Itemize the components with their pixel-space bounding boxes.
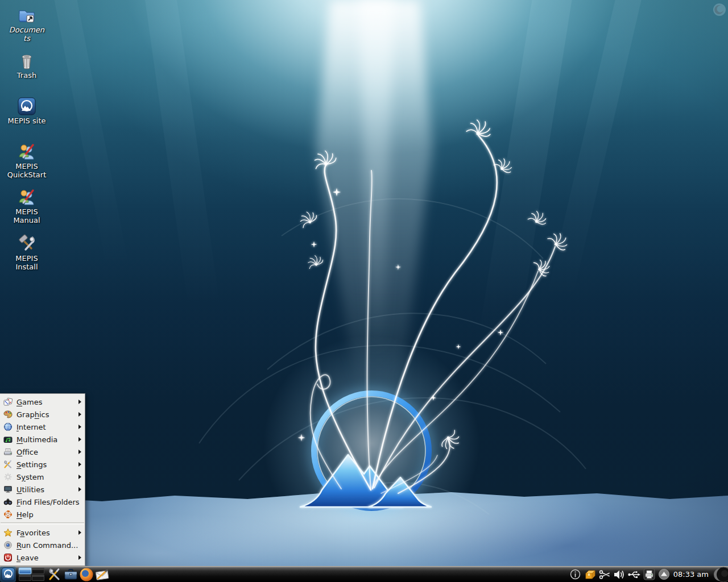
package-icon — [584, 569, 595, 580]
desktop-pager[interactable] — [17, 567, 46, 582]
submenu-arrow-icon — [78, 412, 81, 417]
submenu-arrow-icon — [78, 475, 81, 479]
clock[interactable]: 08:33 am — [673, 570, 709, 579]
plant-flowers — [297, 117, 572, 453]
submenu-arrow-icon — [78, 487, 81, 492]
wallpaper-art — [0, 0, 728, 582]
menu-item-games[interactable]: Games — [0, 396, 85, 408]
menu-item-label: System — [16, 473, 76, 481]
submenu-arrow-icon — [78, 462, 81, 467]
light-beam — [316, 0, 432, 404]
menu-item-label: Run Command... — [16, 541, 81, 550]
pager-desktop-1[interactable] — [19, 568, 31, 574]
plant-swirls — [311, 135, 555, 493]
firefox-icon — [79, 567, 94, 582]
info-icon — [570, 569, 581, 580]
menu-item-utilities[interactable]: Utilities — [0, 483, 85, 496]
leave-icon — [3, 553, 13, 563]
help-icon — [3, 510, 13, 519]
utilities-icon — [3, 485, 13, 494]
menu-item-office[interactable]: Office — [0, 446, 85, 458]
firefox-launcher[interactable] — [78, 567, 94, 582]
menu-item-label: Utilities — [16, 485, 76, 494]
pager-desktop-2[interactable] — [32, 568, 44, 574]
submenu-arrow-icon — [78, 555, 81, 560]
desktop-icon-trash[interactable]: Trash — [5, 51, 49, 80]
favorites-icon — [3, 528, 13, 538]
desktop-icon-mepis-manual[interactable]: MEPISManual — [5, 188, 49, 225]
users-tool-icon — [17, 142, 36, 161]
menu-item-help[interactable]: Help — [0, 508, 85, 521]
desktop-icon-label: Documents — [5, 26, 49, 43]
usb-icon — [627, 568, 641, 581]
info-tray-icon[interactable] — [569, 568, 581, 580]
mail-icon — [95, 567, 110, 582]
menu-item-system[interactable]: System — [0, 471, 85, 483]
panel-up-arrow[interactable] — [658, 568, 670, 580]
moon-applet-icon[interactable] — [712, 567, 728, 582]
system-tools-launcher[interactable] — [47, 567, 63, 582]
find-icon — [3, 497, 13, 507]
users-tool-icon — [17, 188, 36, 207]
toolbox-launcher[interactable] — [63, 567, 78, 582]
submenu-arrow-icon — [78, 530, 81, 535]
submenu-arrow-icon — [78, 450, 81, 454]
menu-item-label: Office — [16, 448, 76, 456]
menu-item-label: Internet — [16, 423, 76, 431]
pager-desktop-3[interactable] — [19, 575, 31, 581]
desktop-icon-label: MEPISManual — [5, 208, 49, 225]
light-ray — [145, 0, 228, 364]
taskbar-launchers — [0, 567, 110, 582]
menu-item-label: Help — [16, 510, 81, 519]
light-ray — [533, 0, 641, 352]
graphics-icon — [3, 410, 13, 419]
run-icon — [3, 541, 13, 550]
system-tray: 08:33 am — [569, 567, 728, 582]
taskbar: 08:33 am — [0, 566, 728, 582]
toolbox-icon — [64, 567, 78, 581]
kmenu-button[interactable] — [0, 567, 16, 582]
menu-item-label: Settings — [16, 460, 76, 469]
settings-icon — [3, 460, 13, 469]
desktop-corner-menu-icon[interactable] — [712, 2, 727, 17]
menu-item-settings[interactable]: Settings — [0, 458, 85, 471]
menu-item-label: Games — [16, 398, 76, 406]
menu-item-run-command[interactable]: Run Command... — [0, 539, 85, 551]
light-ray — [55, 0, 139, 318]
desktop-icon-label: MEPIS site — [5, 117, 49, 126]
desktop-icon-documents[interactable]: Documents — [5, 6, 49, 43]
menu-item-graphics[interactable]: Graphics — [0, 408, 85, 421]
menu-item-label: Favorites — [16, 529, 76, 537]
desktop: DocumentsTrashMEPIS siteMEPISQuickStartM… — [0, 0, 728, 582]
internet-icon — [3, 422, 13, 432]
desktop-icon-mepis-quickstart[interactable]: MEPISQuickStart — [5, 142, 49, 179]
printer-tray-icon[interactable] — [643, 568, 655, 580]
menu-item-multimedia[interactable]: Multimedia — [0, 433, 85, 446]
menu-item-internet[interactable]: Internet — [0, 421, 85, 433]
menu-item-find-files-folders[interactable]: Find Files/Folders — [0, 496, 85, 508]
mail-launcher[interactable] — [94, 567, 110, 582]
menu-item-label: Graphics — [16, 410, 76, 419]
menu-item-leave[interactable]: Leave — [0, 551, 85, 564]
klipper-tray-icon[interactable] — [599, 568, 611, 580]
pager-desktop-4[interactable] — [32, 575, 44, 581]
multimedia-icon — [3, 435, 13, 444]
mepis-logo — [300, 393, 431, 508]
volume-tray-icon[interactable] — [614, 568, 626, 580]
usb-device-tray-icon[interactable] — [628, 568, 640, 580]
speaker-icon — [613, 568, 626, 581]
desktop-icon-label: MEPISInstall — [5, 255, 49, 271]
submenu-arrow-icon — [78, 437, 81, 442]
menu-item-favorites[interactable]: Favorites — [0, 526, 85, 539]
desktop-icon-label: Trash — [5, 72, 49, 80]
light-ray — [469, 0, 572, 398]
games-icon — [3, 397, 13, 407]
desktop-icon-mepis-site[interactable]: MEPIS site — [5, 97, 49, 126]
trash-icon — [17, 51, 36, 70]
scissors-icon — [599, 569, 610, 580]
hammer-wrench-icon — [17, 234, 36, 253]
menu-item-label: Find Files/Folders — [16, 498, 81, 506]
package-updater-tray-icon[interactable] — [584, 568, 596, 580]
desktop-icon-mepis-install[interactable]: MEPISInstall — [5, 234, 49, 271]
submenu-arrow-icon — [78, 400, 81, 404]
